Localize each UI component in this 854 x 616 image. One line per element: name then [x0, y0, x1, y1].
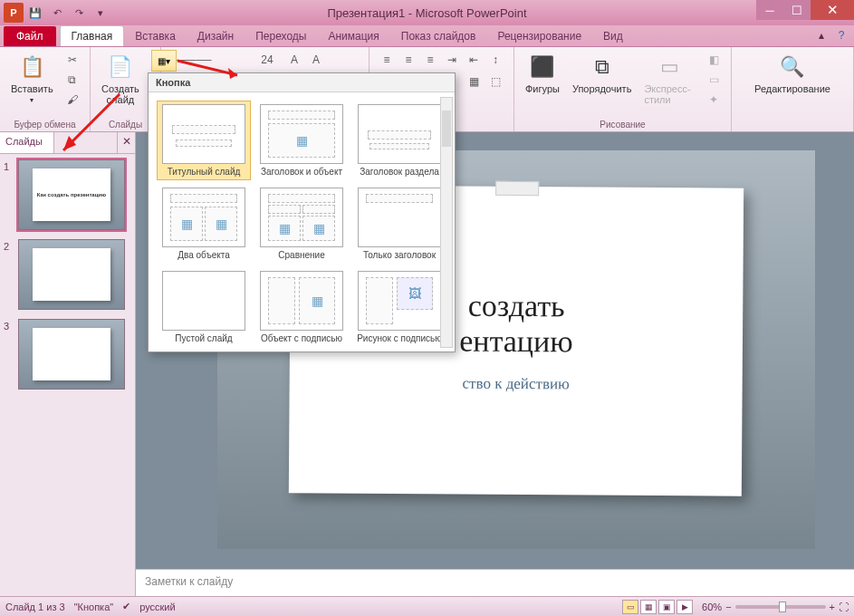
slide-number: 2	[4, 239, 14, 310]
shapes-icon: ⬛	[528, 53, 557, 82]
shape-outline-icon[interactable]: ▭	[704, 71, 724, 89]
help-icon[interactable]: ?	[834, 28, 849, 43]
layout-gallery-header: Кнопка	[149, 73, 455, 92]
tab-insert[interactable]: Вставка	[124, 26, 187, 46]
notes-placeholder: Заметки к слайду	[145, 575, 233, 588]
app-icon: P	[4, 3, 24, 23]
tab-design[interactable]: Дизайн	[187, 26, 245, 46]
status-language[interactable]: русский	[139, 602, 175, 612]
copy-icon[interactable]: ⧉	[62, 71, 82, 89]
clipboard-group-label: Буфер обмена	[7, 118, 82, 130]
slide-subtitle-text: ство к действию	[462, 375, 569, 394]
slides-group-label: Слайды	[98, 118, 153, 130]
format-painter-icon[interactable]: 🖌	[62, 91, 82, 109]
cut-icon[interactable]: ✂	[62, 51, 82, 69]
new-slide-icon: 📄	[106, 53, 135, 82]
new-slide-button[interactable]: 📄 Создать слайд	[98, 51, 143, 107]
zoom-level[interactable]: 60%	[702, 602, 722, 612]
tab-home[interactable]: Главная	[60, 25, 125, 46]
zoom-slider[interactable]	[735, 605, 826, 609]
slide-layout-gallery: Кнопка Титульный слайд ▦ Заголовок и объ…	[148, 72, 456, 352]
arrange-icon: ⧉	[588, 53, 617, 82]
gallery-scrollbar[interactable]	[440, 97, 453, 348]
tab-review[interactable]: Рецензирование	[486, 26, 592, 46]
tab-file[interactable]: Файл	[4, 26, 56, 46]
qat-dropdown-icon[interactable]: ▾	[91, 3, 110, 23]
window-title: Презентация1 - Microsoft PowerPoint	[0, 6, 854, 20]
quick-styles-label: Экспресс-стили	[644, 83, 695, 105]
minimize-button[interactable]: ─	[756, 0, 783, 20]
close-button[interactable]: ✕	[811, 0, 854, 20]
arrange-label: Упорядочить	[572, 83, 631, 94]
zoom-in-icon[interactable]: +	[830, 602, 835, 612]
view-slideshow-icon[interactable]: ▶	[676, 600, 693, 614]
view-reading-icon[interactable]: ▣	[658, 600, 675, 614]
slide-number: 1	[4, 159, 14, 230]
slide-thumbnail[interactable]: 2	[4, 239, 131, 310]
status-bar: Слайд 1 из 3 "Кнопка" ✔ русский ▭ ▦ ▣ ▶ …	[0, 596, 854, 616]
slide-thumbnail[interactable]: 3	[4, 319, 131, 390]
slide-title-text: создать ентацию	[459, 287, 573, 359]
title-bar: P 💾 ↶ ↷ ▾ Презентация1 - Microsoft Power…	[0, 0, 854, 25]
shape-fill-icon[interactable]: ◧	[704, 51, 724, 69]
redo-icon[interactable]: ↷	[69, 3, 89, 23]
shape-effects-icon[interactable]: ✦	[704, 91, 724, 109]
status-theme: "Кнопка"	[74, 602, 114, 612]
tab-view[interactable]: Вид	[592, 26, 634, 46]
layout-comparison[interactable]: ▦▦ Сравнение	[255, 185, 348, 263]
view-sorter-icon[interactable]: ▦	[640, 600, 657, 614]
paste-label: Вставить	[11, 83, 53, 94]
thumb-title: Как создать презентацию	[37, 192, 106, 197]
thumbnails-tab-slides[interactable]: Слайды	[0, 132, 54, 153]
editing-label: Редактирование	[754, 83, 830, 94]
zoom-out-icon[interactable]: −	[725, 602, 731, 612]
status-slide-info: Слайд 1 из 3	[5, 602, 65, 612]
layout-picture-caption[interactable]: 🖼 Рисунок с подписью	[353, 268, 446, 346]
quick-styles-icon: ▭	[655, 53, 684, 82]
clipboard-icon: 📋	[17, 53, 46, 82]
ribbon-minimize-icon[interactable]: ▴	[814, 28, 829, 43]
drawing-group-label: Рисование	[522, 118, 724, 130]
layout-two-content[interactable]: ▦▦ Два объекта	[158, 185, 250, 263]
layout-blank[interactable]: Пустой слайд	[158, 268, 250, 346]
fit-to-window-icon[interactable]: ⛶	[839, 602, 849, 612]
paste-button[interactable]: 📋 Вставить ▾	[7, 51, 57, 106]
layout-dropdown-button[interactable]: ▦▾	[151, 50, 177, 72]
layout-content-caption[interactable]: ▦ Объект с подписью	[255, 268, 348, 346]
save-icon[interactable]: 💾	[25, 3, 45, 23]
thumbnails-close-icon[interactable]: ✕	[117, 132, 135, 153]
shapes-button[interactable]: ⬛ Фигуры	[522, 51, 563, 96]
tab-slideshow[interactable]: Показ слайдов	[390, 26, 487, 46]
layout-title-content[interactable]: ▦ Заголовок и объект	[255, 101, 348, 179]
undo-icon[interactable]: ↶	[47, 3, 67, 23]
slide-number: 3	[4, 319, 14, 390]
thumbnails-tab-outline[interactable]	[54, 132, 117, 153]
maximize-button[interactable]: ☐	[783, 0, 811, 20]
editing-button[interactable]: 🔍 Редактирование	[751, 51, 834, 96]
tab-transitions[interactable]: Переходы	[245, 26, 317, 46]
ribbon-tabs: Файл Главная Вставка Дизайн Переходы Ани…	[0, 25, 854, 47]
notes-pane[interactable]: Заметки к слайду	[136, 569, 854, 596]
find-icon: 🔍	[778, 53, 807, 82]
layout-title-only[interactable]: Только заголовок	[353, 185, 446, 263]
layout-title-slide[interactable]: Титульный слайд	[158, 101, 250, 179]
slide-thumbnail[interactable]: 1 Как создать презентацию	[4, 159, 131, 230]
tab-animation[interactable]: Анимация	[317, 26, 389, 46]
new-slide-label: Создать слайд	[101, 83, 139, 105]
shapes-label: Фигуры	[525, 83, 560, 94]
quick-styles-button[interactable]: ▭ Экспресс-стили	[640, 51, 698, 107]
slide-thumbnail-panel: Слайды ✕ 1 Как создать презентацию 2 3	[0, 132, 136, 596]
layout-section-header[interactable]: Заголовок раздела	[353, 101, 446, 179]
view-normal-icon[interactable]: ▭	[622, 600, 638, 614]
spellcheck-icon[interactable]: ✔	[122, 601, 130, 612]
arrange-button[interactable]: ⧉ Упорядочить	[569, 51, 635, 96]
dropdown-icon: ▾	[30, 96, 34, 104]
